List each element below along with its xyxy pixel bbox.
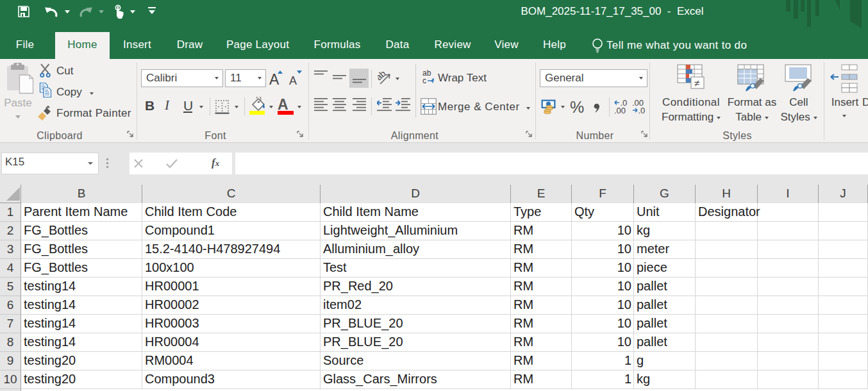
svg-text:c: c (422, 76, 426, 85)
svg-text:.00: .00 (614, 106, 626, 115)
svg-text:.0: .0 (638, 106, 646, 115)
svg-text:≠: ≠ (694, 78, 699, 88)
